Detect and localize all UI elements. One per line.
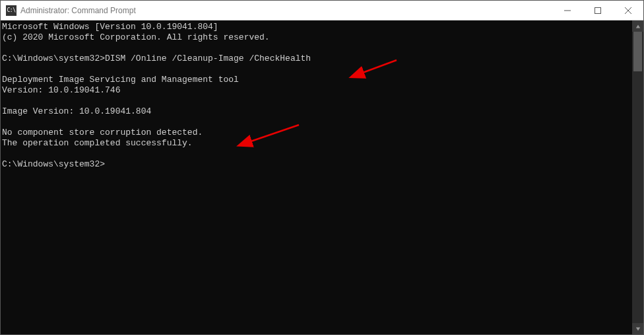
window-title: Administrator: Command Prompt: [20, 6, 136, 15]
terminal-prompt: C:\Windows\system32>: [2, 54, 105, 63]
window-body: Microsoft Windows [Version 10.0.19041.80…: [1, 20, 643, 334]
terminal-line: No component store corruption detected.: [2, 128, 203, 137]
terminal-line: The operation completed successfully.: [2, 138, 193, 148]
terminal-line: Deployment Image Servicing and Managemen…: [2, 75, 239, 85]
annotation-arrow-1: [316, 48, 403, 93]
terminal-command: DISM /Online /Cleanup-Image /CheckHealth: [105, 54, 311, 63]
terminal-line: Microsoft Windows [Version 10.0.19041.80…: [2, 22, 218, 32]
maximize-button[interactable]: [583, 1, 613, 20]
minimize-button[interactable]: [552, 1, 583, 20]
terminal-line: Version: 10.0.19041.746: [2, 85, 120, 95]
svg-line-5: [361, 60, 397, 73]
titlebar[interactable]: C:\ Administrator: Command Prompt: [1, 1, 643, 20]
annotation-arrow-2: [204, 113, 304, 161]
terminal-prompt: C:\Windows\system32>: [2, 159, 105, 169]
terminal-output[interactable]: Microsoft Windows [Version 10.0.19041.80…: [1, 20, 632, 334]
svg-marker-8: [635, 24, 639, 28]
scroll-thumb[interactable]: [633, 32, 642, 71]
svg-rect-1: [595, 7, 601, 13]
scroll-down-button[interactable]: [632, 323, 643, 334]
svg-marker-9: [635, 327, 639, 330]
vertical-scrollbar[interactable]: [632, 20, 643, 334]
scroll-up-button[interactable]: [632, 20, 643, 32]
close-button[interactable]: [613, 1, 643, 20]
cmd-icon: C:\: [6, 5, 16, 16]
svg-line-7: [249, 125, 299, 142]
command-prompt-window: C:\ Administrator: Command Prompt Micros…: [0, 0, 644, 335]
terminal-line: (c) 2020 Microsoft Corporation. All righ…: [2, 32, 270, 42]
terminal-line: Image Version: 10.0.19041.804: [2, 106, 151, 116]
